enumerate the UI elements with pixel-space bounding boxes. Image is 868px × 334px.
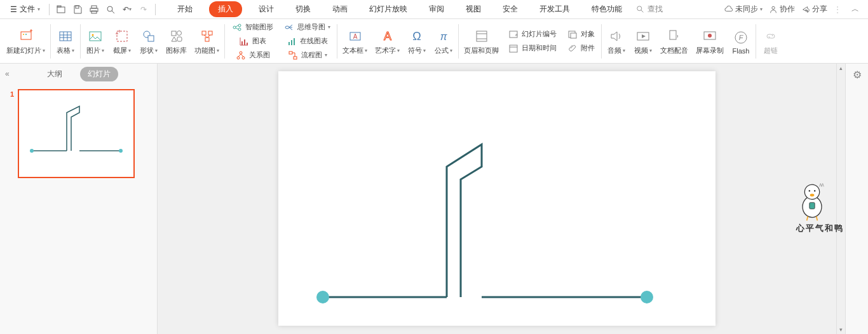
docvoice-button[interactable]: 文档配音 <box>656 25 692 57</box>
attachment-button[interactable]: 附件 <box>564 41 597 55</box>
video-button[interactable]: 视频▾ <box>630 25 656 57</box>
slidenum-button[interactable]: #幻灯片编号 <box>505 27 559 41</box>
svg-line-9 <box>641 10 644 12</box>
hyperlink-label: 超链 <box>764 46 778 55</box>
tab-design[interactable]: 设计 <box>254 1 279 17</box>
mascot: 心平气和鸭 <box>796 178 844 234</box>
collapse-ribbon-button[interactable]: ︿ <box>848 2 863 17</box>
tab-start[interactable]: 开始 <box>172 1 198 17</box>
relation-button[interactable]: 关系图 <box>233 48 273 62</box>
tab-review[interactable]: 审阅 <box>424 1 449 17</box>
share-button[interactable]: 分享 <box>801 4 827 15</box>
sync-status[interactable]: 未同步▾ <box>724 4 763 15</box>
tab-slideshow[interactable]: 幻灯片放映 <box>364 1 412 17</box>
menu-bar: ☰ 文件 ▾ ↶▾ ↷ 开始 插入 设计 切换 动画 幻灯片放映 审阅 视图 安… <box>0 0 868 19</box>
picture-button[interactable]: 图片▾ <box>82 25 109 57</box>
top-right-group: 未同步▾ 协作 分享 ⋮ ︿ <box>724 2 863 17</box>
textbox-button[interactable]: A 文本框▾ <box>339 25 371 57</box>
collapse-panel-button[interactable]: « <box>5 69 10 78</box>
mindmap-label: 思维导图 <box>297 22 325 32</box>
outline-tab[interactable]: 大纲 <box>39 67 70 81</box>
undo-button[interactable]: ↶▾ <box>119 2 135 17</box>
slides-tab[interactable]: 幻灯片 <box>80 67 118 81</box>
shape-button[interactable]: 形状▾ <box>135 25 162 57</box>
hyperlink-button[interactable]: 超链 <box>757 25 784 57</box>
tab-animation[interactable]: 动画 <box>327 1 353 17</box>
slide-thumb <box>18 89 135 178</box>
save-button[interactable] <box>70 2 85 17</box>
relation-label: 关系图 <box>249 50 270 60</box>
smartshape-icon <box>231 22 243 33</box>
settings-icon[interactable]: ⚙ <box>853 69 862 81</box>
canvas-area[interactable] <box>158 64 836 334</box>
search-input[interactable]: 查找 <box>636 4 663 15</box>
open-button[interactable] <box>53 2 69 17</box>
redo-button[interactable]: ↷ <box>136 2 151 17</box>
svg-rect-59 <box>294 57 297 59</box>
headerfooter-button[interactable]: 页眉和页脚 <box>460 25 503 57</box>
chart-button[interactable]: 图表 <box>236 34 269 48</box>
svg-line-35 <box>207 35 210 38</box>
flowchart-label: 流程图 <box>301 50 322 60</box>
table-button[interactable]: 表格▾ <box>52 25 79 57</box>
shape-icon <box>140 28 157 45</box>
fnchart-icon <box>199 28 215 45</box>
svg-rect-0 <box>57 7 65 13</box>
print-preview-button[interactable] <box>103 2 118 17</box>
svg-rect-23 <box>117 31 127 41</box>
print-button[interactable] <box>86 2 102 17</box>
flowchart-button[interactable]: 流程图▾ <box>285 48 330 62</box>
svg-rect-30 <box>177 37 182 41</box>
tab-devtools[interactable]: 开发工具 <box>534 1 575 17</box>
svg-rect-72 <box>510 45 517 52</box>
onlinechart-button[interactable]: 在线图表 <box>283 34 330 48</box>
scroll-down-button[interactable]: ▾ <box>837 325 845 334</box>
wordart-button[interactable]: A 艺术字▾ <box>371 25 403 57</box>
screenshot-button[interactable]: 截屏▾ <box>109 25 135 57</box>
person-icon <box>769 5 778 14</box>
svg-rect-58 <box>289 52 292 54</box>
collab-button[interactable]: 协作 <box>769 4 795 15</box>
screenrec-button[interactable]: 屏幕录制 <box>692 25 728 57</box>
fnchart-button[interactable]: 功能图▾ <box>191 25 223 57</box>
video-label: 视频 <box>634 46 648 55</box>
equation-button[interactable]: π 公式▾ <box>430 25 457 57</box>
tab-transition[interactable]: 切换 <box>290 1 316 17</box>
search-placeholder: 查找 <box>648 4 663 15</box>
tab-view[interactable]: 视图 <box>461 1 486 17</box>
svg-line-52 <box>289 25 292 27</box>
headerfooter-label: 页眉和页脚 <box>464 46 499 55</box>
datetime-button[interactable]: 日期和时间 <box>505 41 559 55</box>
audio-button[interactable]: 音频▾ <box>603 25 630 57</box>
iconlib-icon <box>168 28 185 45</box>
slide-thumbnail-1[interactable]: 1 <box>0 84 157 183</box>
tab-insert[interactable]: 插入 <box>209 1 242 17</box>
svg-rect-28 <box>172 31 176 36</box>
svg-point-93 <box>814 190 816 192</box>
iconlib-button[interactable]: 图标库 <box>162 25 191 57</box>
tab-features[interactable]: 特色功能 <box>587 1 627 17</box>
equation-icon: π <box>435 28 452 45</box>
object-button[interactable]: 对象 <box>564 27 597 41</box>
mindmap-icon <box>283 22 295 33</box>
svg-point-12 <box>23 34 24 35</box>
mindmap-button[interactable]: 思维导图▾ <box>281 20 333 34</box>
svg-rect-2 <box>76 6 79 8</box>
scroll-up-button[interactable]: ▴ <box>837 64 845 73</box>
svg-point-85 <box>119 149 123 153</box>
search-icon <box>636 5 645 14</box>
flash-button[interactable]: F Flash <box>728 27 754 56</box>
share-icon <box>801 5 810 14</box>
picture-label: 图片 <box>86 46 100 55</box>
right-strip: ⚙ <box>845 64 868 334</box>
svg-line-39 <box>236 25 238 27</box>
smartshape-button[interactable]: 智能图形 <box>229 20 276 34</box>
svg-rect-95 <box>810 202 815 209</box>
docvoice-icon <box>666 28 682 45</box>
tab-security[interactable]: 安全 <box>498 1 523 17</box>
symbol-button[interactable]: Ω 符号▾ <box>403 25 430 57</box>
unsync-label: 未同步 <box>735 4 758 15</box>
file-menu[interactable]: ☰ 文件 ▾ <box>5 2 45 17</box>
svg-point-22 <box>92 34 94 36</box>
new-slide-button[interactable]: 新建幻灯片▾ <box>3 25 49 57</box>
